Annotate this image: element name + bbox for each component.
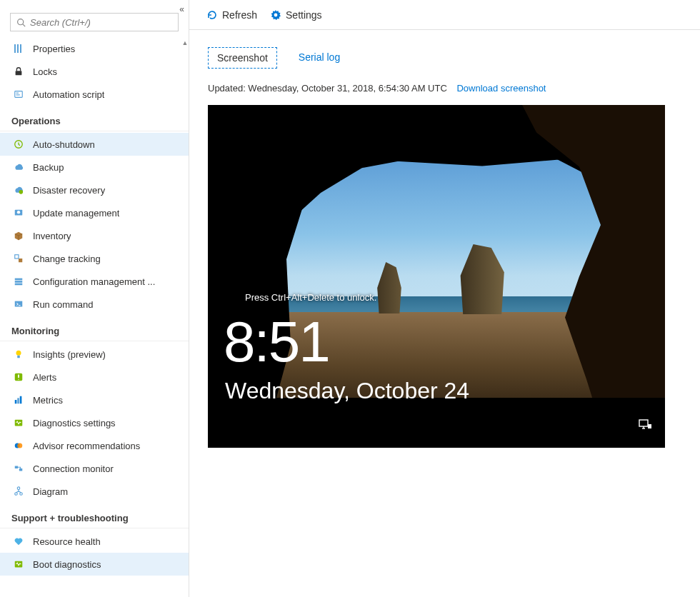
svg-rect-6 xyxy=(15,91,23,98)
content-area: Screenshot Serial log Updated: Wednesday… xyxy=(189,30,700,465)
sidebar-item-label: Boot diagnostics xyxy=(33,559,101,570)
sidebar-item-update-management[interactable]: Update management xyxy=(0,201,189,224)
updated-label: Updated: Wednesday, October 31, 2018, 6:… xyxy=(208,83,447,94)
sidebar-item-backup[interactable]: Backup xyxy=(0,156,189,179)
gear-icon xyxy=(270,9,281,21)
scroll-up-icon: ▲ xyxy=(181,39,189,46)
insights-icon xyxy=(13,348,24,360)
sidebar-item-metrics[interactable]: Metrics xyxy=(0,388,189,411)
alerts-icon xyxy=(13,371,24,383)
tracking-icon xyxy=(13,253,24,264)
sidebar-item-resource-health[interactable]: Resource health xyxy=(0,530,189,553)
settings-button[interactable]: Settings xyxy=(270,9,322,21)
lockscreen-date: Wednesday, October 24 xyxy=(225,378,469,404)
svg-point-35 xyxy=(274,13,278,16)
sidebar-item-change-tracking[interactable]: Change tracking xyxy=(0,247,189,270)
sidebar-item-auto-shutdown[interactable]: Auto-shutdown xyxy=(0,133,189,156)
svg-rect-3 xyxy=(17,44,19,53)
run-icon xyxy=(13,298,24,310)
svg-rect-36 xyxy=(639,420,648,426)
sidebar-item-label: Update management xyxy=(33,208,119,219)
svg-rect-14 xyxy=(19,259,22,262)
sidebar-item-label: Diagram xyxy=(33,486,68,497)
svg-rect-29 xyxy=(19,468,22,471)
lock-icon xyxy=(13,66,24,77)
tab-serial-log[interactable]: Serial log xyxy=(290,47,349,69)
sidebar-item-automation-script[interactable]: Automation script xyxy=(0,83,189,106)
sidebar-item-advisor[interactable]: Advisor recommendations xyxy=(0,434,189,457)
download-screenshot-link[interactable]: Download screenshot xyxy=(456,83,546,94)
diagnostics-icon xyxy=(13,417,24,428)
sidebar-item-label: Alerts xyxy=(33,372,56,383)
svg-rect-22 xyxy=(15,400,17,403)
section-support: Support + troubleshooting xyxy=(0,503,189,528)
sidebar-item-label: Run command xyxy=(33,299,94,310)
search-icon xyxy=(16,18,26,27)
sidebar-scrollbar[interactable]: ▲ xyxy=(181,39,189,597)
tabs: Screenshot Serial log xyxy=(208,47,681,69)
clock-icon xyxy=(13,139,24,150)
metrics-icon xyxy=(13,394,24,406)
config-icon xyxy=(13,276,24,287)
svg-rect-16 xyxy=(15,281,23,283)
sidebar-item-disaster-recovery[interactable]: Disaster recovery xyxy=(0,179,189,201)
sidebar-item-label: Metrics xyxy=(33,395,63,406)
lockscreen-time: 8:51 xyxy=(224,309,329,375)
search-wrap xyxy=(0,0,189,37)
sidebar-item-label: Properties xyxy=(33,44,75,54)
sidebar-item-locks[interactable]: Locks xyxy=(0,60,189,83)
sidebar-item-label: Auto-shutdown xyxy=(33,139,95,150)
svg-rect-28 xyxy=(15,466,18,469)
lockscreen-cave xyxy=(208,398,665,448)
svg-point-12 xyxy=(17,211,20,214)
svg-point-32 xyxy=(20,493,23,496)
nav-scroll[interactable]: Properties Locks Automation script Opera… xyxy=(0,37,189,597)
search-box[interactable] xyxy=(10,13,179,31)
svg-rect-4 xyxy=(20,44,21,53)
svg-point-0 xyxy=(18,19,24,24)
svg-point-30 xyxy=(17,487,20,490)
section-monitoring: Monitoring xyxy=(0,316,189,341)
settings-label: Settings xyxy=(286,9,322,21)
svg-line-1 xyxy=(23,24,25,26)
sidebar-item-inventory[interactable]: Inventory xyxy=(0,224,189,247)
health-icon xyxy=(13,536,24,547)
sidebar-item-label: Connection monitor xyxy=(33,463,114,474)
sidebar-item-boot-diagnostics[interactable]: Boot diagnostics xyxy=(0,553,189,576)
tab-screenshot[interactable]: Screenshot xyxy=(208,47,277,69)
refresh-icon xyxy=(206,9,218,21)
sidebar-item-label: Change tracking xyxy=(33,254,101,264)
boot-diag-icon xyxy=(13,558,24,570)
sidebar-item-label: Disaster recovery xyxy=(33,185,105,196)
lockscreen-hint: Press Ctrl+Alt+Delete to unlock. xyxy=(245,292,376,303)
main-content: Refresh Settings Screenshot Serial log U… xyxy=(189,0,700,597)
section-operations: Operations xyxy=(0,106,189,131)
sidebar-item-diagram[interactable]: Diagram xyxy=(0,480,189,503)
update-icon xyxy=(13,207,24,219)
svg-point-27 xyxy=(17,443,22,448)
search-input[interactable] xyxy=(30,17,172,28)
sidebar-item-insights[interactable]: Insights (preview) xyxy=(0,343,189,366)
sidebar-item-run-command[interactable]: Run command xyxy=(0,293,189,316)
diagram-icon xyxy=(13,486,24,497)
updated-line: Updated: Wednesday, October 31, 2018, 6:… xyxy=(208,83,681,94)
sidebar-item-properties[interactable]: Properties xyxy=(0,37,189,60)
sidebar-item-alerts[interactable]: Alerts xyxy=(0,366,189,388)
collapse-sidebar-button[interactable]: « xyxy=(179,4,184,14)
svg-rect-13 xyxy=(15,255,19,259)
vm-screenshot: Press Ctrl+Alt+Delete to unlock. 8:51 We… xyxy=(208,105,665,448)
sidebar-item-configuration-management[interactable]: Configuration management ... xyxy=(0,270,189,293)
svg-rect-5 xyxy=(16,71,22,75)
backup-icon xyxy=(13,161,24,173)
advisor-icon xyxy=(13,440,24,451)
recovery-icon xyxy=(13,184,24,196)
svg-rect-33 xyxy=(15,561,23,568)
sidebar-item-label: Locks xyxy=(33,66,57,77)
svg-point-10 xyxy=(19,190,23,194)
svg-rect-20 xyxy=(17,356,20,358)
sidebar-item-connection-monitor[interactable]: Connection monitor xyxy=(0,457,189,480)
sidebar-item-diagnostics-settings[interactable]: Diagnostics settings xyxy=(0,411,189,434)
refresh-button[interactable]: Refresh xyxy=(206,9,257,21)
svg-rect-2 xyxy=(14,44,16,53)
sidebar-item-label: Inventory xyxy=(33,231,71,241)
